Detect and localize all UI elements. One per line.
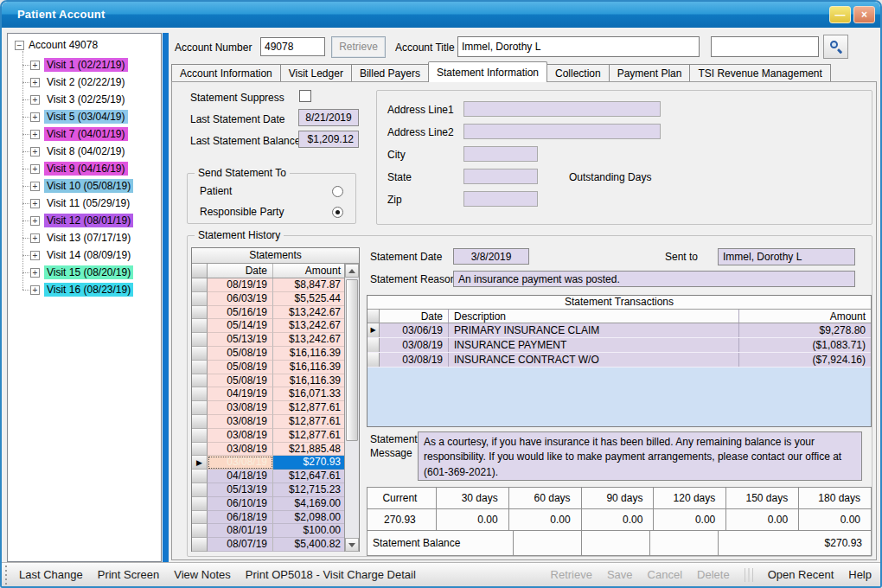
statement-date-cell[interactable]: 08/07/19	[208, 538, 273, 552]
row-selector[interactable]	[192, 415, 208, 429]
statement-date-cell[interactable]: 04/19/19	[208, 387, 273, 401]
zip-field[interactable]	[463, 191, 538, 207]
statement-date-cell[interactable]: 08/01/19	[208, 524, 273, 538]
statement-date-cell[interactable]: 04/18/19	[208, 470, 273, 483]
expand-plus-icon[interactable]: +	[30, 285, 40, 295]
expand-plus-icon[interactable]: +	[30, 199, 40, 208]
expand-plus-icon[interactable]: +	[30, 61, 40, 70]
expand-plus-icon[interactable]: +	[30, 251, 40, 260]
statement-amount-cell[interactable]: $21,885.48	[273, 443, 344, 457]
statement-date-cell[interactable]: 03/08/19	[208, 429, 273, 443]
tree-item[interactable]: +Visit 15 (08/20/19)	[30, 264, 133, 281]
row-selector[interactable]	[368, 353, 380, 367]
statement-row[interactable]: 08/19/19$8,847.87	[192, 278, 344, 292]
tree-item[interactable]: +Visit 16 (08/23/19)	[30, 281, 133, 298]
tree-item[interactable]: +Visit 2 (02/22/19)	[30, 74, 133, 91]
statement-date-cell[interactable]: 05/08/19	[208, 374, 273, 388]
tab-collection[interactable]: Collection	[546, 64, 610, 82]
statement-amount-cell[interactable]: $5,400.82	[273, 538, 344, 552]
statement-amount-cell[interactable]: $4,169.00	[273, 497, 344, 511]
row-selector[interactable]	[192, 483, 208, 497]
transaction-amount-cell[interactable]: ($1,083.71)	[739, 338, 871, 352]
statement-row[interactable]: 05/13/19$13,242.67	[192, 333, 344, 347]
statement-amount-cell[interactable]: $8,847.87	[273, 278, 344, 292]
scroll-thumb[interactable]	[346, 279, 358, 441]
statement-row[interactable]: 05/08/19$16,116.39	[192, 347, 344, 361]
state-field[interactable]	[463, 169, 538, 184]
transaction-description-cell[interactable]: PRIMARY INSURANCE CLAIM	[449, 323, 739, 337]
statement-date-cell[interactable]: 06/18/19	[208, 511, 273, 525]
tree-item[interactable]: +Visit 8 (04/02/19)	[30, 143, 133, 160]
row-selector[interactable]	[192, 278, 208, 292]
statement-date-cell[interactable]: 03/08/19	[208, 415, 273, 429]
expand-plus-icon[interactable]: +	[30, 164, 40, 174]
row-selector[interactable]	[192, 511, 208, 525]
row-selector[interactable]	[192, 524, 208, 538]
statement-amount-cell[interactable]: $16,116.39	[273, 374, 344, 388]
transaction-amount-cell[interactable]: ($7,924.16)	[739, 353, 871, 367]
amount-column-header[interactable]: Amount	[273, 264, 344, 278]
expand-plus-icon[interactable]: +	[30, 78, 40, 87]
retrieve-button[interactable]: Retrieve	[331, 36, 386, 58]
close-icon[interactable]: ×	[853, 6, 875, 23]
row-selector[interactable]	[192, 347, 208, 361]
statement-amount-cell[interactable]: $2,098.00	[273, 511, 344, 525]
tree-item[interactable]: +Visit 12 (08/01/19)	[30, 212, 133, 229]
radio-selected-icon[interactable]	[332, 207, 343, 218]
row-selector[interactable]	[368, 338, 380, 352]
statement-date-cell[interactable]: 05/08/19	[208, 347, 273, 361]
date-column-header[interactable]: Date	[208, 264, 273, 278]
statement-date-cell[interactable]: 05/14/19	[208, 319, 273, 333]
transaction-amount-cell[interactable]: $9,278.80	[739, 323, 871, 337]
status-item-help[interactable]: Help	[848, 568, 872, 581]
row-selector[interactable]	[192, 443, 208, 457]
row-selector[interactable]	[192, 387, 208, 401]
statement-row[interactable]: 05/16/19$13,242.67	[192, 306, 344, 320]
city-field[interactable]	[463, 146, 538, 162]
statement-amount-cell[interactable]: $12,647.61	[273, 470, 344, 483]
statement-amount-cell[interactable]: $16,116.39	[273, 347, 344, 361]
statements-scrollbar[interactable]	[344, 264, 359, 552]
statement-row[interactable]: 06/10/19$4,169.00	[192, 497, 344, 511]
grip-icon[interactable]	[3, 566, 10, 585]
transaction-date-cell[interactable]: 03/08/19	[380, 338, 449, 352]
expand-plus-icon[interactable]: +	[30, 147, 40, 157]
statement-row[interactable]: 08/01/19$100.00	[192, 524, 344, 538]
tab-account-information[interactable]: Account Information	[171, 64, 281, 82]
status-item-open-recent[interactable]: Open Recent	[768, 568, 834, 581]
statement-row[interactable]: 04/19/19$16,071.33	[192, 387, 344, 401]
statement-amount-cell[interactable]: $16,071.33	[273, 387, 344, 401]
expand-plus-icon[interactable]: +	[30, 95, 40, 105]
search-input[interactable]	[711, 36, 819, 57]
address-line1-field[interactable]	[463, 101, 661, 117]
row-selector[interactable]	[192, 333, 208, 347]
expand-plus-icon[interactable]: +	[30, 112, 40, 122]
tree-item[interactable]: +Visit 1 (02/21/19)	[30, 56, 133, 74]
statement-amount-cell[interactable]: $13,242.67	[273, 319, 344, 333]
scroll-up-icon[interactable]	[345, 264, 359, 278]
statement-row[interactable]: 06/18/19$2,098.00	[192, 511, 344, 525]
account-number-input[interactable]	[260, 37, 325, 56]
transaction-date-cell[interactable]: 03/08/19	[380, 353, 449, 367]
expand-plus-icon[interactable]: +	[30, 216, 40, 226]
radio-option[interactable]: Responsible Party	[200, 201, 343, 222]
row-selector[interactable]	[192, 497, 208, 511]
amount-column-header[interactable]: Amount	[739, 310, 871, 323]
tab-statement-information[interactable]: Statement Information	[428, 61, 547, 82]
tree-item[interactable]: +Visit 13 (07/17/19)	[30, 229, 133, 246]
statement-date-cell[interactable]: 05/13/19	[208, 483, 273, 497]
statement-date-cell[interactable]: 08/19/19	[208, 278, 273, 292]
transaction-description-cell[interactable]: INSURANCE PAYMENT	[449, 338, 739, 352]
statement-row[interactable]: 03/08/19$21,885.48	[192, 443, 344, 457]
expand-plus-icon[interactable]: +	[30, 268, 40, 278]
tree-item[interactable]: +Visit 11 (05/29/19)	[30, 195, 133, 212]
status-item-view-notes[interactable]: View Notes	[174, 568, 231, 581]
row-selector[interactable]	[192, 306, 208, 320]
transaction-description-cell[interactable]: INSURANCE CONTRACT W/O	[449, 353, 739, 367]
statement-row[interactable]: 05/08/19$16,116.39	[192, 374, 344, 388]
tree-item[interactable]: +Visit 10 (05/08/19)	[30, 177, 133, 195]
expand-plus-icon[interactable]: +	[30, 130, 40, 139]
scroll-track[interactable]	[345, 278, 359, 538]
statement-date-cell[interactable]: 03/08/19	[208, 443, 273, 457]
status-item-print-op5018-visit-charge-detail[interactable]: Print OP5018 - Visit Charge Detail	[246, 568, 416, 581]
